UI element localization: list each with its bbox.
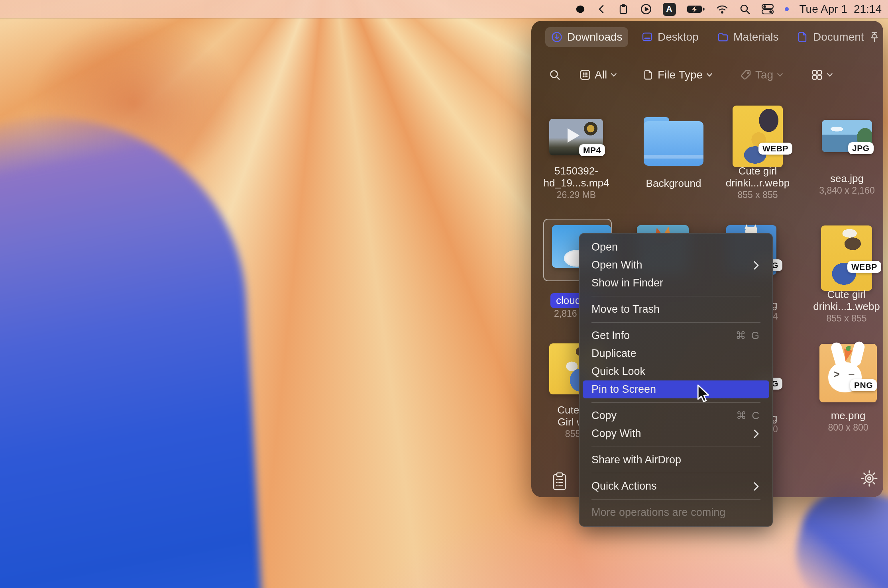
folder-icon (717, 31, 729, 43)
file-type-badge: WEBP (758, 143, 792, 155)
pin-window-button[interactable] (868, 31, 881, 46)
file-label: Background (632, 177, 715, 189)
focus-dot (785, 7, 789, 11)
menu-bar: A Tue Apr 1 21:14 (0, 0, 888, 18)
search-icon (549, 69, 561, 81)
context-menu: Open Open With Show in Finder Move to Tr… (579, 233, 773, 527)
settings-button[interactable] (860, 469, 878, 489)
menu-item-get-info[interactable]: Get Info⌘ G (583, 327, 769, 345)
menu-bar-clock[interactable]: Tue Apr 1 21:14 (800, 3, 882, 16)
tab-label: Document (813, 31, 864, 43)
file-icon (643, 69, 654, 81)
filter-all-label: All (595, 69, 607, 81)
menu-item-more-operations: More operations are coming (583, 504, 769, 521)
rabbit-thumbnail: > ‒ (819, 344, 877, 402)
battery-charging-icon[interactable] (687, 4, 705, 14)
chevron-down-icon (777, 73, 783, 77)
folder-thumbnail (644, 117, 703, 166)
desktop: A Tue Apr 1 21:14 Downloads Desktop Mate… (0, 0, 888, 588)
tab-materials[interactable]: Materials (711, 27, 784, 47)
menu-bar-status-items: A Tue Apr 1 21:14 (575, 0, 882, 18)
wifi-icon[interactable] (716, 4, 729, 14)
play-icon (568, 128, 580, 143)
clipboard-history-button[interactable] (551, 472, 568, 493)
file-type-badge: PNG (850, 379, 877, 391)
menu-separator (591, 447, 760, 447)
clipped-file-name-fragment: g (772, 412, 784, 424)
tag-icon (740, 69, 752, 81)
file-type-badge: MP4 (579, 144, 605, 156)
control-center-icon[interactable] (761, 3, 774, 15)
document-icon (797, 31, 809, 43)
menu-item-pin-to-screen[interactable]: Pin to Screen (583, 380, 769, 398)
cursor-arrow-icon (696, 384, 713, 404)
file-type-badge: WEBP (847, 261, 881, 273)
spotlight-search-icon[interactable] (739, 4, 750, 15)
image-thumbnail (733, 106, 783, 167)
shortcut-label: ⌘ G (736, 329, 760, 342)
tag-dropdown[interactable]: Tag (740, 66, 783, 84)
menu-item-quick-actions[interactable]: Quick Actions (583, 477, 769, 495)
clock-date: Tue Apr 1 (800, 3, 847, 16)
tag-label: Tag (755, 69, 773, 81)
menu-separator (591, 402, 760, 403)
menu-item-copy[interactable]: Copy⌘ C (583, 407, 769, 425)
mouse-cursor (696, 384, 713, 406)
menu-item-open[interactable]: Open (583, 238, 769, 256)
menu-separator (591, 499, 760, 500)
chevron-down-icon (611, 73, 617, 77)
sunflower-shape (584, 122, 597, 135)
play-circle-icon[interactable] (640, 3, 652, 15)
file-type-badge: JPG (848, 142, 874, 154)
file-type-dropdown[interactable]: File Type (643, 66, 713, 84)
file-label: 5150392- hd_19...s.mp4 26.29 MB (534, 165, 618, 201)
pushpin-icon (868, 31, 881, 45)
filter-all-dropdown[interactable]: All (579, 66, 617, 84)
menu-separator (591, 473, 760, 473)
menu-item-duplicate[interactable]: Duplicate (583, 345, 769, 363)
menu-item-open-with[interactable]: Open With (583, 256, 769, 274)
tab-document[interactable]: Document (791, 27, 870, 47)
file-label: me.png 800 x 800 (806, 410, 883, 433)
clipboard-icon (551, 472, 568, 492)
record-indicator-icon[interactable] (575, 4, 585, 14)
shortcut-label: ⌘ C (736, 410, 760, 422)
menu-separator (591, 322, 760, 323)
input-source-icon[interactable]: A (663, 3, 676, 16)
submenu-chevron-icon (752, 261, 760, 270)
grid-view-icon (811, 69, 823, 81)
tab-desktop[interactable]: Desktop (636, 27, 704, 47)
menu-separator (591, 296, 760, 296)
chevron-down-icon (827, 73, 833, 77)
file-label: sea.jpg 3,840 x 2,160 (805, 172, 883, 196)
chevron-down-icon (706, 73, 713, 77)
clipped-file-meta-fragment: 0 (773, 423, 785, 435)
tab-label: Desktop (658, 31, 699, 43)
submenu-chevron-icon (752, 482, 760, 491)
rabbit-eyes: > ‒ (834, 368, 857, 380)
menu-item-copy-with[interactable]: Copy With (583, 425, 769, 443)
menu-item-show-in-finder[interactable]: Show in Finder (583, 274, 769, 292)
gear-icon (860, 469, 878, 488)
grid-dots-icon (579, 69, 591, 81)
menu-item-quick-look[interactable]: Quick Look (583, 363, 769, 380)
desktop-icon (641, 31, 653, 43)
search-button[interactable] (549, 66, 561, 84)
clipped-file-name-fragment: g (772, 299, 784, 311)
clipboard-icon[interactable] (617, 3, 629, 15)
file-type-label: File Type (658, 69, 703, 81)
tab-label: Materials (733, 31, 779, 43)
clock-time: 21:14 (854, 3, 882, 16)
menu-item-move-to-trash[interactable]: Move to Trash (583, 300, 769, 318)
submenu-chevron-icon (752, 429, 760, 439)
downloads-icon (551, 31, 563, 43)
menu-item-share-with-airdrop[interactable]: Share with AirDrop (583, 451, 769, 469)
clipped-file-meta-fragment: 4 (773, 310, 785, 322)
file-label: Cute girl drinki...r.webp 855 x 855 (716, 165, 800, 201)
tab-downloads[interactable]: Downloads (545, 27, 628, 47)
view-switcher[interactable] (811, 66, 833, 84)
tab-label: Downloads (567, 31, 623, 43)
chevron-left-icon[interactable] (596, 4, 607, 15)
image-thumbnail (821, 225, 872, 291)
file-label: Cute girl drinki...1.webp 855 x 855 (805, 288, 883, 324)
